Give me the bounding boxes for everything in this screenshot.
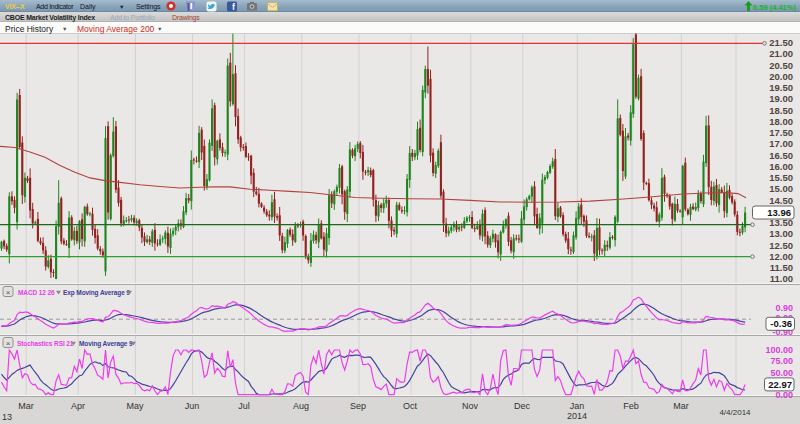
svg-text:21.50: 21.50 xyxy=(769,37,793,48)
svg-text:17.00: 17.00 xyxy=(769,138,793,149)
svg-text:Sep: Sep xyxy=(350,401,366,411)
svg-text:13.00: 13.00 xyxy=(769,228,793,239)
svg-text:17.50: 17.50 xyxy=(769,127,793,138)
svg-text:11.00: 11.00 xyxy=(770,273,793,284)
svg-text:Jan: Jan xyxy=(570,401,585,411)
svg-text:13: 13 xyxy=(2,412,12,422)
svg-text:Jul: Jul xyxy=(238,401,250,411)
svg-text:Stochastics RSI 21: Stochastics RSI 21 xyxy=(17,340,74,347)
svg-text:13.96: 13.96 xyxy=(767,207,791,218)
svg-text:18.00: 18.00 xyxy=(769,116,793,127)
svg-text:15.00: 15.00 xyxy=(769,183,793,194)
svg-text:16.00: 16.00 xyxy=(769,161,793,172)
svg-text:19.50: 19.50 xyxy=(769,82,793,93)
svg-text:Dec: Dec xyxy=(514,401,531,411)
svg-text:Nov: Nov xyxy=(462,401,479,411)
svg-text:Mar: Mar xyxy=(18,401,34,411)
svg-text:MACD 12 26: MACD 12 26 xyxy=(18,289,55,296)
svg-text:20.00: 20.00 xyxy=(769,71,793,82)
svg-text:2014: 2014 xyxy=(567,411,587,421)
svg-text:16.50: 16.50 xyxy=(769,150,793,161)
svg-text:21.00: 21.00 xyxy=(769,48,793,59)
svg-text:14.50: 14.50 xyxy=(769,195,793,206)
svg-text:50.00: 50.00 xyxy=(770,368,793,378)
svg-text:12.50: 12.50 xyxy=(769,240,793,251)
svg-text:Aug: Aug xyxy=(293,401,309,411)
svg-text:4/4/2014: 4/4/2014 xyxy=(719,408,751,417)
svg-text:11.50: 11.50 xyxy=(770,262,793,273)
svg-text:20.50: 20.50 xyxy=(769,60,793,71)
svg-text:Feb: Feb xyxy=(623,401,639,411)
svg-text:×: × xyxy=(6,288,11,297)
svg-text:15.50: 15.50 xyxy=(769,172,793,183)
svg-text:Oct: Oct xyxy=(403,401,418,411)
svg-text:18.50: 18.50 xyxy=(769,105,793,116)
svg-text:Moving Average 9: Moving Average 9 xyxy=(79,340,133,348)
svg-text:Apr: Apr xyxy=(71,401,85,411)
svg-text:0.90: 0.90 xyxy=(775,303,793,313)
svg-text:100.00: 100.00 xyxy=(765,345,793,355)
svg-text:Exp Moving Average 9: Exp Moving Average 9 xyxy=(63,289,130,297)
svg-text:19.00: 19.00 xyxy=(769,93,793,104)
svg-text:May: May xyxy=(126,401,144,411)
svg-text:75.00: 75.00 xyxy=(770,356,793,366)
svg-text:-0.36: -0.36 xyxy=(770,318,792,329)
svg-text:×: × xyxy=(6,339,11,348)
svg-text:Jun: Jun xyxy=(185,401,200,411)
svg-text:12.00: 12.00 xyxy=(769,251,793,262)
svg-text:Mar: Mar xyxy=(673,401,689,411)
svg-text:22.97: 22.97 xyxy=(768,379,792,390)
